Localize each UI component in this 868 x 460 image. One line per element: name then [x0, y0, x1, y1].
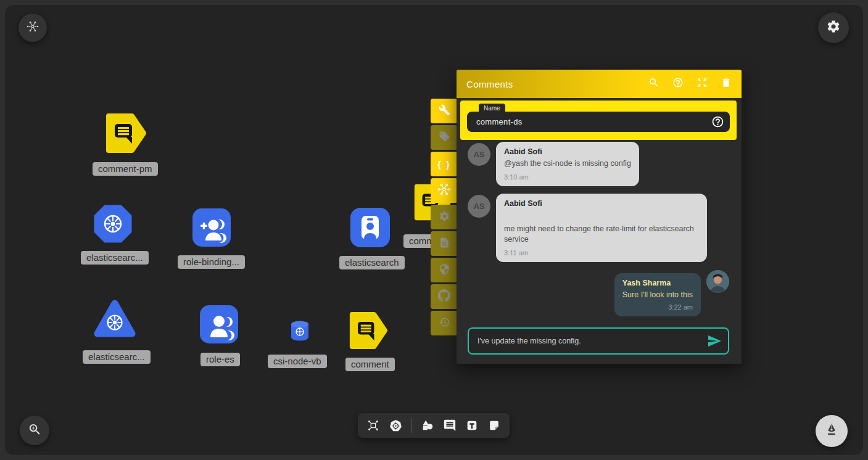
tag-tool-button[interactable] [431, 125, 458, 150]
comments-panel-header: Comments [457, 70, 742, 98]
shape-palette-toolbar [358, 413, 510, 438]
comments-panel: Comments Name AS Aabid Sofi @yash the cs… [457, 70, 742, 364]
message-time: 3:10 am [504, 173, 631, 181]
document-search-icon [439, 237, 450, 251]
tag-icon [439, 131, 450, 145]
comment-input[interactable] [469, 329, 728, 353]
node-comment-pm[interactable] [105, 112, 147, 157]
node-label: role-binding... [178, 255, 245, 269]
node-elasticsearch-pod[interactable] [94, 205, 132, 245]
kubernetes-octagon-icon [94, 205, 132, 243]
node-label: role-es [200, 353, 240, 366]
name-field[interactable]: Name [467, 112, 730, 132]
kubernetes-logo-icon [389, 419, 403, 433]
braces-icon: { } [437, 159, 451, 170]
wrench-icon [439, 104, 450, 118]
node-elasticsearch-serviceaccount[interactable] [350, 208, 390, 250]
message-bubble: Yash Sharma Sure I'll look into this 3:2… [614, 273, 701, 316]
expand-icon[interactable] [696, 77, 708, 91]
avatar-initials: AS [473, 150, 484, 159]
person-photo-icon [706, 270, 729, 293]
comment-flag-icon [105, 112, 147, 154]
preview-tool-button[interactable] [431, 231, 458, 256]
send-icon[interactable] [707, 334, 722, 351]
avatar: AS [468, 143, 490, 166]
node-role-es[interactable] [200, 305, 238, 346]
help-icon[interactable] [672, 77, 684, 91]
zoom-in-icon [28, 422, 42, 439]
id-badge-icon [350, 208, 390, 247]
avatar: AS [468, 195, 490, 218]
message-time: 3:11 am [504, 249, 699, 257]
comment-icon [443, 419, 457, 432]
message-bubble: Aabid Sofi me might need to change the r… [496, 194, 707, 262]
search-icon[interactable] [648, 77, 659, 91]
settings-gear-icon [826, 19, 841, 36]
kubernetes-flower-icon [437, 183, 451, 199]
sticker-tool-button[interactable] [487, 419, 501, 432]
panel-title: Comments [466, 79, 513, 89]
message-text: @yash the csi-node is missing config [504, 158, 631, 169]
node-label: elasticsearc... [83, 350, 151, 364]
settings-tool-button[interactable] [431, 205, 458, 229]
spacer [504, 208, 699, 221]
shapes-icon [421, 419, 434, 432]
shapes-tool-button[interactable] [421, 419, 434, 432]
toolbar-divider [411, 418, 412, 433]
user-add-icon [192, 208, 231, 247]
text-icon [465, 419, 479, 432]
comment-flag-icon [349, 311, 388, 350]
kubernetes-menu-button[interactable] [19, 14, 47, 42]
node-label: elasticsearch [339, 256, 405, 269]
avatar-photo [706, 270, 729, 293]
history-icon [439, 316, 450, 331]
github-icon [438, 289, 450, 304]
message-author: Yash Sharma [622, 279, 693, 287]
storage-cylinder-icon [290, 320, 310, 342]
hierarchy-tool-button[interactable] [366, 419, 380, 432]
kubernetes-triangle-icon [93, 297, 137, 340]
message-bubble: Aabid Sofi @yash the csi-node is missing… [496, 142, 639, 186]
node-elasticsearch-deployment[interactable] [93, 297, 137, 343]
help-circle-icon[interactable] [711, 115, 724, 131]
comment-tool-button[interactable] [443, 419, 457, 432]
node-comment[interactable] [349, 311, 388, 353]
node-label: comment [345, 358, 395, 371]
message-author: Aabid Sofi [504, 199, 699, 208]
shield-icon [439, 263, 450, 277]
node-actions-toolbar: { } [431, 99, 458, 335]
node-label: comment-pm [93, 162, 158, 176]
text-tool-button[interactable] [465, 419, 479, 432]
kubernetes-shape-button[interactable] [389, 419, 403, 433]
name-input[interactable] [467, 112, 730, 132]
pen-nib-icon [823, 421, 840, 441]
zoom-button[interactable] [20, 416, 49, 445]
comment-input-row[interactable] [468, 327, 729, 355]
message-author: Aabid Sofi [504, 147, 631, 156]
message-text: Sure I'll look into this [622, 290, 693, 300]
configure-tool-button[interactable] [431, 99, 458, 123]
security-tool-button[interactable] [431, 258, 458, 282]
node-label: csi-node-vb [268, 355, 327, 368]
kubernetes-flower-icon [27, 20, 39, 35]
json-tool-button[interactable]: { } [431, 152, 458, 176]
github-tool-button[interactable] [431, 284, 458, 309]
pen-tool-button[interactable] [816, 415, 848, 447]
settings-button[interactable] [818, 12, 849, 43]
name-field-section: Name [460, 101, 737, 140]
delete-icon[interactable] [721, 77, 732, 91]
node-role-binding[interactable] [192, 208, 231, 249]
message-time: 3:22 am [622, 303, 693, 311]
users-icon [200, 305, 238, 343]
node-csi-node-vb[interactable] [290, 320, 310, 344]
history-tool-button[interactable] [431, 311, 458, 335]
settings-gear-icon [439, 210, 450, 224]
message-text: me might need to change the rate-limit f… [504, 224, 699, 245]
sticker-icon [487, 419, 501, 432]
node-label: elasticsearc... [81, 251, 149, 265]
hierarchy-icon [366, 419, 380, 432]
avatar-initials: AS [473, 202, 484, 211]
kubernetes-tool-button[interactable] [431, 178, 458, 203]
